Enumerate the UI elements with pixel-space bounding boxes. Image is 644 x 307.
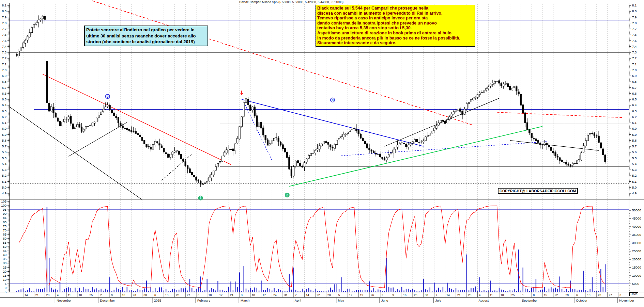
svg-text:12: 12: [349, 293, 353, 297]
svg-text:5: 5: [338, 293, 340, 297]
svg-text:6.2: 6.2: [632, 115, 637, 119]
svg-text:December: December: [100, 298, 115, 302]
svg-text:7.2: 7.2: [2, 56, 6, 60]
svg-text:24: 24: [273, 293, 277, 297]
svg-text:18: 18: [79, 293, 82, 297]
svg-text:6.9: 6.9: [632, 74, 637, 78]
svg-text:55: 55: [3, 241, 6, 244]
chart-title: Davide Campari Milano SpA (5.56000, 5.53…: [0, 0, 583, 4]
svg-text:7: 7: [436, 293, 438, 297]
svg-text:20000: 20000: [632, 257, 641, 261]
svg-text:8.1: 8.1: [632, 3, 637, 7]
svg-text:22: 22: [555, 293, 558, 297]
svg-text:20: 20: [3, 270, 6, 273]
svg-text:2: 2: [382, 293, 383, 297]
svg-text:6.5: 6.5: [2, 97, 6, 101]
svg-text:15: 15: [544, 293, 547, 297]
svg-text:5.3: 5.3: [2, 168, 6, 172]
panel-frame: [0, 3, 644, 297]
svg-text:3: 3: [619, 293, 621, 297]
svg-text:6.7: 6.7: [2, 86, 6, 90]
svg-text:November: November: [57, 298, 72, 302]
svg-text:7.0: 7.0: [2, 68, 6, 72]
svg-text:7.1: 7.1: [2, 62, 6, 66]
svg-text:5.9: 5.9: [632, 133, 637, 136]
svg-text:6.4: 6.4: [632, 103, 637, 107]
svg-text:March: March: [241, 298, 249, 302]
svg-text:6.8: 6.8: [632, 80, 637, 83]
svg-text:30: 30: [3, 261, 6, 265]
svg-text:6.8: 6.8: [2, 80, 6, 83]
svg-text:7.3: 7.3: [632, 50, 637, 54]
svg-text:21: 21: [457, 293, 461, 297]
svg-text:5.2: 5.2: [2, 174, 6, 177]
svg-text:28: 28: [468, 293, 472, 297]
svg-text:6.5: 6.5: [632, 97, 637, 101]
svg-text:25: 25: [511, 293, 515, 297]
svg-text:5.8: 5.8: [632, 139, 637, 142]
svg-text:5.9: 5.9: [2, 133, 6, 136]
svg-text:April: April: [295, 298, 301, 302]
svg-text:7.0: 7.0: [632, 68, 637, 72]
volume-multiplier-label: x1000: [629, 292, 638, 296]
svg-text:6.1: 6.1: [632, 121, 637, 125]
scroll-info-note: Potete scorrere all'indietro nel grafico…: [84, 26, 208, 46]
svg-text:28: 28: [46, 293, 50, 297]
svg-text:15000: 15000: [632, 265, 641, 269]
svg-text:6: 6: [576, 293, 578, 297]
svg-text:July: July: [435, 298, 441, 302]
svg-text:60: 60: [3, 237, 6, 240]
x-axis-weeks: 1421284111825291623306132027310172431017…: [23, 292, 634, 297]
svg-text:18: 18: [501, 293, 504, 297]
svg-text:5000: 5000: [632, 282, 639, 286]
svg-text:27: 27: [187, 293, 190, 297]
svg-text:45000: 45000: [632, 216, 641, 220]
svg-text:7.5: 7.5: [632, 39, 637, 43]
svg-text:5.7: 5.7: [2, 144, 6, 148]
svg-text:9: 9: [111, 293, 113, 297]
svg-text:14: 14: [25, 293, 28, 297]
svg-text:6.6: 6.6: [2, 92, 6, 95]
svg-text:7.6: 7.6: [632, 33, 637, 36]
svg-text:0: 0: [5, 286, 6, 290]
svg-text:24: 24: [230, 293, 233, 297]
svg-text:5.0: 5.0: [632, 185, 637, 189]
svg-text:6.0: 6.0: [632, 127, 637, 130]
svg-text:5.8: 5.8: [2, 139, 6, 142]
svg-text:31: 31: [284, 293, 288, 297]
svg-text:5.4: 5.4: [632, 162, 637, 166]
svg-text:8: 8: [533, 293, 535, 297]
svg-text:February: February: [197, 298, 210, 302]
svg-text:11: 11: [490, 293, 493, 297]
svg-text:17: 17: [219, 293, 223, 297]
svg-text:0: 0: [107, 95, 108, 98]
svg-text:35: 35: [3, 257, 6, 261]
svg-text:7.4: 7.4: [2, 45, 6, 48]
svg-text:5.0: 5.0: [2, 185, 6, 189]
svg-text:30000: 30000: [632, 241, 641, 245]
svg-text:10: 10: [209, 293, 212, 297]
svg-text:0: 0: [332, 98, 333, 102]
svg-text:25: 25: [90, 293, 93, 297]
svg-text:4: 4: [57, 293, 59, 297]
svg-text:7.4: 7.4: [632, 45, 637, 48]
svg-text:50: 50: [3, 245, 6, 248]
svg-text:1: 1: [200, 196, 202, 200]
x-axis-months: NovemberDecember2025FebruaryMarchAprilMa…: [55, 297, 634, 303]
svg-text:5.6: 5.6: [2, 150, 6, 154]
svg-text:6.9: 6.9: [2, 74, 6, 78]
svg-text:10: 10: [3, 278, 6, 281]
svg-text:95: 95: [3, 208, 6, 211]
svg-text:4: 4: [479, 293, 481, 297]
svg-text:21: 21: [35, 293, 39, 297]
svg-text:16: 16: [122, 293, 125, 297]
svg-text:2: 2: [100, 293, 102, 297]
svg-text:7.6: 7.6: [2, 33, 6, 36]
svg-text:13: 13: [587, 293, 591, 297]
svg-text:5.7: 5.7: [632, 144, 637, 148]
svg-text:5.1: 5.1: [2, 180, 6, 183]
svg-text:7.3: 7.3: [2, 50, 6, 54]
svg-text:6.3: 6.3: [632, 109, 637, 113]
svg-text:7.2: 7.2: [632, 56, 637, 60]
svg-text:8.0: 8.0: [2, 9, 6, 13]
